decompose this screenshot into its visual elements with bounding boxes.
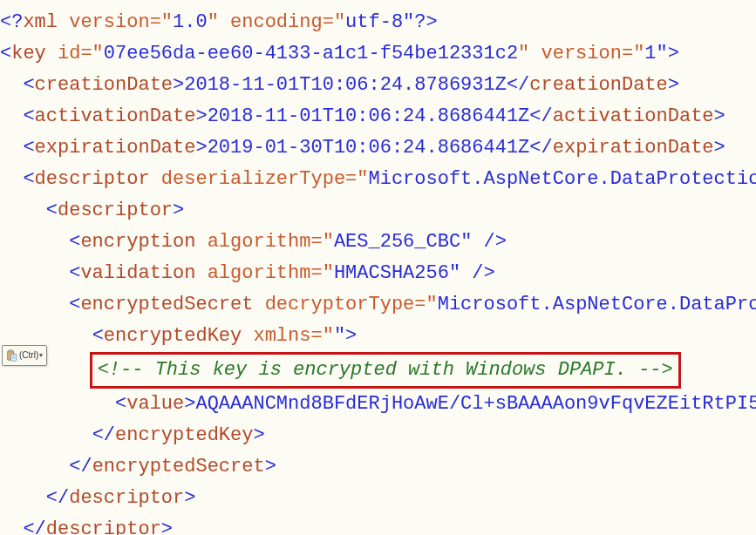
code-line: </descriptor> [0, 514, 756, 535]
code-line: <expirationDate>2019-01-30T10:06:24.8686… [0, 132, 756, 164]
chevron-down-icon: ▾ [39, 346, 43, 365]
code-line: <encryptedSecret decryptorType="Microsof… [0, 289, 756, 321]
paste-options-button[interactable]: (Ctrl) ▾ [2, 345, 47, 366]
code-line: </encryptedKey> [0, 420, 756, 451]
paste-options-label: (Ctrl) [19, 346, 38, 365]
highlighted-comment: <!-- This key is encrypted with Windows … [90, 352, 681, 389]
code-line: <encryptedKey xmlns=""> [0, 321, 756, 352]
code-line: <key id="07ee56da-ee60-4133-a1c1-f54be12… [0, 38, 756, 70]
code-line: <encryption algorithm="AES_256_CBC" /> [0, 227, 756, 258]
clipboard-icon [5, 349, 17, 362]
code-line: </encryptedSecret> [0, 451, 756, 483]
code-line: <!-- This key is encrypted with Windows … [0, 352, 756, 389]
code-line: <creationDate>2018-11-01T10:06:24.878693… [0, 70, 756, 101]
code-line: <activationDate>2018-11-01T10:06:24.8686… [0, 101, 756, 132]
code-line: <descriptor deserializerType="Microsoft.… [0, 164, 756, 195]
code-line: </descriptor> [0, 483, 756, 514]
code-line: <descriptor> [0, 195, 756, 227]
code-line: <validation algorithm="HMACSHA256" /> [0, 258, 756, 289]
svg-rect-2 [11, 354, 17, 361]
xml-editor-pane[interactable]: <?xml version="1.0" encoding="utf-8"?> <… [0, 0, 756, 535]
svg-rect-1 [9, 349, 12, 352]
code-line: <value>AQAAANCMnd8BFdERjHoAwE/Cl+sBAAAAo… [0, 389, 756, 420]
code-line: <?xml version="1.0" encoding="utf-8"?> [0, 7, 756, 38]
